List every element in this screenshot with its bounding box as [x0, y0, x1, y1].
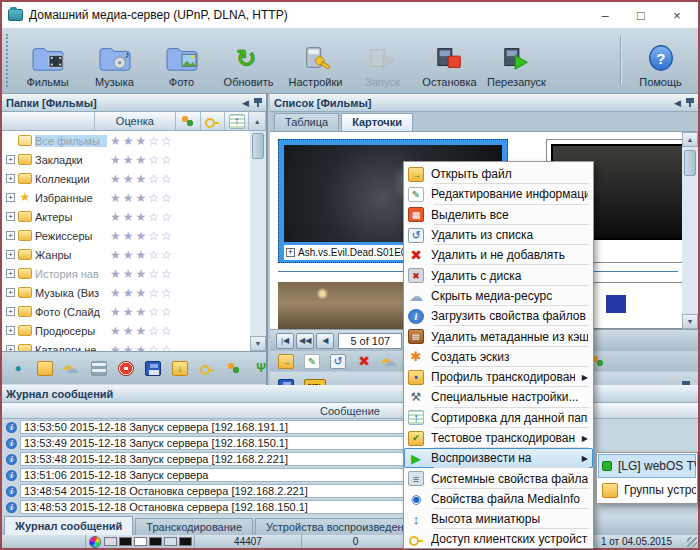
tree-item-all-movies[interactable]: Все фильмы ★★★☆☆ [2, 131, 266, 150]
tree-item-photo[interactable]: + Фото (Слайд ★★★☆☆ [2, 302, 266, 321]
rating-stars[interactable]: ★★★☆☆ [110, 248, 174, 262]
pager-prev-button[interactable]: ◀ [316, 333, 334, 349]
edit-icon[interactable]: ✎ [304, 354, 320, 369]
expander[interactable]: + [6, 345, 15, 351]
help-button[interactable]: ? Помощь [627, 30, 694, 91]
expander[interactable]: + [6, 155, 15, 164]
menu-client-access[interactable]: Доступ клиентских устройств [404, 529, 593, 549]
pin-icon[interactable] [686, 98, 694, 107]
restart-button[interactable]: Перезапуск [483, 30, 550, 91]
menu-remove-from-list[interactable]: ↺ Удалить из списка [404, 225, 593, 245]
pager-first-button[interactable]: |◀ [276, 333, 294, 349]
expand-plus-icon[interactable]: + [286, 248, 295, 257]
tree-item-favorites[interactable]: + ★ Избранные ★★★☆☆ [2, 188, 266, 207]
expander[interactable]: + [6, 307, 15, 316]
tree-item-history[interactable]: + История нав ★★★☆☆ [2, 264, 266, 283]
menu-mediainfo-properties[interactable]: ◉ Свойства файла MediaInfo [404, 489, 593, 509]
cards-scroll-down[interactable]: ▼ [682, 314, 698, 329]
expander[interactable]: + [6, 250, 15, 259]
resize-grip[interactable] [687, 537, 697, 547]
lifebuoy-icon[interactable] [118, 361, 134, 376]
expander[interactable]: + [6, 212, 15, 221]
users-filter-button[interactable] [176, 112, 200, 130]
rating-stars[interactable]: ★★★☆☆ [110, 172, 174, 186]
tree-scroll-up[interactable]: ▲ [249, 112, 266, 130]
remove-from-list-icon[interactable]: ↺ [330, 354, 346, 369]
tree-item-producers[interactable]: + Продюсеры ★★★☆☆ [2, 321, 266, 340]
tree-item-directors[interactable]: + Режиссеры ★★★☆☆ [2, 226, 266, 245]
pin-icon[interactable] [254, 98, 262, 107]
collapse-panel-icon[interactable]: ◀ [242, 98, 249, 108]
rating-stars[interactable]: ★★★☆☆ [110, 210, 174, 224]
tab-cards[interactable]: Карточки [341, 113, 413, 131]
rating-stars[interactable]: ★★★☆☆ [110, 286, 174, 300]
menu-remove-no-add[interactable]: ✖ Удалить и не добавлять [404, 245, 593, 265]
refresh-button[interactable]: ↻ Обновить [215, 30, 282, 91]
palette-icon[interactable] [89, 536, 101, 548]
close-button[interactable]: × [662, 5, 692, 25]
minimize-button[interactable]: – [590, 5, 620, 25]
tree-scroll-thumb[interactable] [252, 133, 264, 159]
sort-button[interactable]: ↑ [225, 112, 249, 130]
menu-hide-resource[interactable]: ☁ Скрыть медиа-ресурс [404, 286, 593, 306]
menu-folder-sorting[interactable]: ↑ Сортировка для данной папки [404, 408, 593, 428]
tree-scroll-down[interactable]: ▼ [250, 336, 266, 351]
menu-play-to[interactable]: ▶ Воспроизвести на ▶ [404, 448, 593, 468]
cards-scroll-up[interactable]: ▲ [682, 132, 698, 147]
rating-stars[interactable]: ★★★☆☆ [110, 324, 174, 338]
collapse-panel-icon[interactable]: ◀ [674, 98, 681, 108]
rating-stars[interactable]: ★★★☆☆ [110, 343, 174, 352]
tab-table[interactable]: Таблица [274, 113, 339, 131]
menu-thumbnail-height[interactable]: ↕ Высота миниатюры [404, 509, 593, 529]
music-button[interactable]: ♪ Музыка [81, 30, 148, 91]
tab-log[interactable]: Журнал сообщений [4, 516, 133, 535]
tree-item-music[interactable]: + Музыка (Виз ★★★☆☆ [2, 283, 266, 302]
folder-import-icon[interactable]: ↓ [172, 361, 188, 376]
expander[interactable]: + [6, 288, 15, 297]
tree-item-bookmarks[interactable]: + Закладки ★★★☆☆ [2, 150, 266, 169]
tree-item-collections[interactable]: + Коллекции ★★★☆☆ [2, 169, 266, 188]
palm-icon[interactable]: Ψ [253, 361, 269, 376]
mosaic-icon[interactable] [91, 361, 107, 376]
cards-scrollbar[interactable]: ▲ ▼ [682, 132, 698, 329]
users-icon[interactable] [226, 361, 242, 376]
expander[interactable]: + [6, 174, 15, 183]
tree-item-actors[interactable]: + Актеры ★★★☆☆ [2, 207, 266, 226]
save-icon[interactable] [145, 361, 161, 376]
access-filter-button[interactable] [201, 112, 225, 130]
tree-item-genres[interactable]: + Жанры ★★★☆☆ [2, 245, 266, 264]
weather-icon[interactable]: ☁ [64, 361, 80, 376]
menu-system-properties[interactable]: ≡ Системные свойства файла [404, 468, 593, 488]
pager-fast-prev-button[interactable]: ◀◀ [296, 333, 314, 349]
tree-item-catalogs[interactable]: + Каталоги не ★★★☆☆ [2, 340, 266, 351]
rating-stars[interactable]: ★★★☆☆ [110, 191, 174, 205]
menu-load-properties[interactable]: i Загрузить свойства файлов [404, 306, 593, 326]
hide-resource-icon[interactable]: ☁ [382, 354, 398, 369]
submenu-device-groups[interactable]: Группы устройс [598, 478, 696, 502]
rating-stars[interactable]: ★★★☆☆ [110, 267, 174, 281]
menu-delete-metadata[interactable]: ▤ Удалить метаданные из кэша [404, 326, 593, 346]
rating-stars[interactable]: ★★★☆☆ [110, 153, 174, 167]
folder-icon[interactable] [37, 361, 53, 376]
photo-button[interactable]: Фото [148, 30, 215, 91]
key-icon[interactable] [199, 361, 215, 376]
cd-catalog-icon[interactable]: ● [10, 361, 26, 376]
rating-stars[interactable]: ★★★☆☆ [110, 134, 174, 148]
submenu-lg-webos-tv[interactable]: [LG] webOS TV - [598, 454, 696, 478]
tab-transcoding[interactable]: Транскодирование [135, 518, 253, 535]
open-file-icon[interactable]: → [278, 354, 294, 369]
menu-delete-from-disk[interactable]: ✖ Удалить с диска [404, 265, 593, 285]
expander[interactable]: + [6, 193, 15, 202]
name-column-header[interactable] [2, 112, 95, 130]
menu-open-file[interactable]: → Открыть файл [404, 164, 593, 184]
expander[interactable]: + [6, 326, 15, 335]
stop-button[interactable]: Остановка [416, 30, 483, 91]
menu-create-thumbnail[interactable]: ✱ Создать эскиз [404, 347, 593, 367]
maximize-button[interactable]: □ [626, 5, 656, 25]
menu-edit-info[interactable]: ✎ Редактирование информации [404, 184, 593, 204]
delete-icon[interactable]: ✖ [356, 354, 372, 369]
rating-column-header[interactable]: Оценка [95, 112, 177, 130]
cards-scroll-thumb[interactable] [684, 150, 696, 176]
expander[interactable]: + [6, 231, 15, 240]
menu-transcode-profile[interactable]: • Профиль транскодирования ▶ [404, 367, 593, 387]
